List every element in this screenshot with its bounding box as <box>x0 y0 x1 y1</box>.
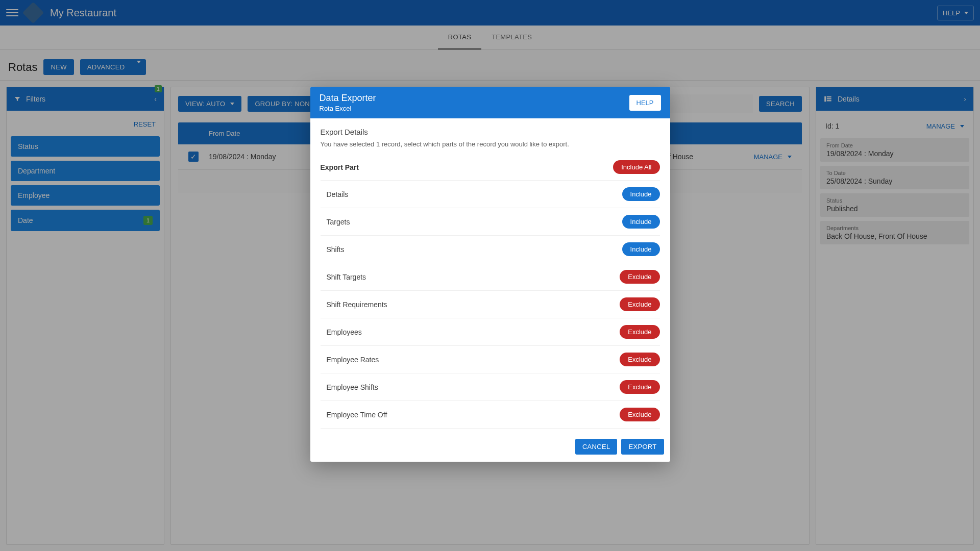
export-part-label: Employee Time Off <box>327 411 387 419</box>
exclude-toggle[interactable]: Exclude <box>620 380 659 394</box>
export-part-row: DetailsInclude <box>321 181 660 208</box>
exclude-toggle[interactable]: Exclude <box>620 325 659 339</box>
dialog-subtitle: Rota Excel <box>320 105 376 112</box>
include-toggle[interactable]: Include <box>622 215 660 229</box>
include-all-button[interactable]: Include All <box>613 160 659 174</box>
export-part-label: Employees <box>327 328 362 336</box>
modal-overlay[interactable]: Data Exporter Rota Excel HELP Export Det… <box>0 0 980 551</box>
export-part-row: Employee RatesExclude <box>321 346 660 373</box>
exclude-toggle[interactable]: Exclude <box>620 353 659 366</box>
dialog-section-title: Export Details <box>321 128 660 136</box>
parts-label: Export Part <box>321 163 359 171</box>
dialog-header: Data Exporter Rota Excel HELP <box>310 87 670 118</box>
export-part-row: Shift RequirementsExclude <box>321 291 660 318</box>
exclude-toggle[interactable]: Exclude <box>620 270 659 284</box>
exclude-toggle[interactable]: Exclude <box>620 297 659 311</box>
export-part-row: EmployeesExclude <box>321 318 660 346</box>
dialog-body: Export Details You have selected 1 recor… <box>310 118 670 432</box>
export-part-row: Employee Time OffExclude <box>321 401 660 429</box>
export-part-row: Shift TargetsExclude <box>321 263 660 291</box>
export-part-row: ShiftsInclude <box>321 236 660 263</box>
data-exporter-dialog: Data Exporter Rota Excel HELP Export Det… <box>310 87 670 462</box>
export-part-label: Shifts <box>327 245 345 254</box>
export-part-label: Details <box>327 190 349 198</box>
export-part-row: TargetsInclude <box>321 208 660 236</box>
export-part-label: Employee Rates <box>327 356 379 364</box>
exclude-toggle[interactable]: Exclude <box>620 408 659 421</box>
export-part-label: Targets <box>327 218 350 226</box>
parts-header: Export Part Include All <box>321 156 660 181</box>
dialog-title: Data Exporter <box>320 93 376 104</box>
export-part-label: Shift Requirements <box>327 300 387 309</box>
dialog-footer: CANCEL EXPORT <box>310 432 670 462</box>
export-part-label: Employee Shifts <box>327 383 378 391</box>
dialog-help-button[interactable]: HELP <box>629 95 661 111</box>
export-part-label: Shift Targets <box>327 273 366 281</box>
dialog-description: You have selected 1 record, select which… <box>321 140 660 148</box>
export-part-row: Employee ShiftsExclude <box>321 373 660 401</box>
cancel-button[interactable]: CANCEL <box>575 439 618 455</box>
include-toggle[interactable]: Include <box>622 187 660 201</box>
export-button[interactable]: EXPORT <box>621 439 664 455</box>
include-toggle[interactable]: Include <box>622 242 660 256</box>
